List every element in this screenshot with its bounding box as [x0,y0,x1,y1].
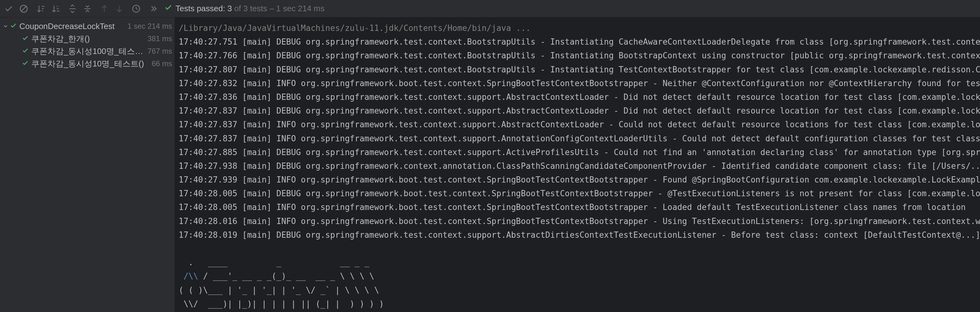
test-method-name: 쿠폰차감_한개() [31,33,147,44]
test-history-button[interactable] [129,2,143,16]
test-duration: 66 ms [152,59,172,68]
check-icon [10,22,17,31]
chevron-down-icon[interactable] [1,24,10,29]
sort-duration-button[interactable] [49,2,62,16]
test-method-name: 쿠폰차감_동시성100명_테스트() [31,46,147,57]
test-method-row[interactable]: 쿠폰차감_동시성10명_테스트()66 ms [0,57,175,70]
test-root-row[interactable]: CouponDecreaseLockTest 1 sec 214 ms [0,20,175,32]
collapse-all-button[interactable] [81,2,94,16]
test-class-name: CouponDecreaseLockTest [19,22,126,31]
test-toolbar: Tests passed: 3 of 3 tests – 1 sec 214 m… [0,0,980,17]
more-button[interactable] [146,2,160,16]
check-icon [22,59,29,69]
show-passed-toggle[interactable] [2,2,16,16]
console-output[interactable]: /Library/Java/JavaVirtualMachines/zulu-1… [175,17,980,312]
test-method-row[interactable]: 쿠폰차감_동시성100명_테스트()767 ms [0,45,175,57]
expand-all-button[interactable] [65,2,80,16]
check-icon [22,34,29,44]
test-tree[interactable]: CouponDecreaseLockTest 1 sec 214 ms 쿠폰차감… [0,17,175,312]
check-icon [164,3,172,14]
test-method-row[interactable]: 쿠폰차감_한개()381 ms [0,32,175,45]
test-method-name: 쿠폰차감_동시성10명_테스트() [31,59,152,69]
test-duration: 381 ms [147,34,172,43]
test-duration: 767 ms [147,47,172,55]
sort-alpha-down-button[interactable] [34,2,48,16]
check-icon [22,46,29,56]
tests-status-label: Tests passed: 3 of 3 tests – 1 sec 214 m… [175,4,325,13]
show-ignored-toggle[interactable] [17,2,30,16]
test-duration: 1 sec 214 ms [127,22,172,30]
prev-failed-button[interactable] [97,2,111,16]
next-failed-button[interactable] [113,2,126,16]
svg-line-1 [22,6,26,11]
